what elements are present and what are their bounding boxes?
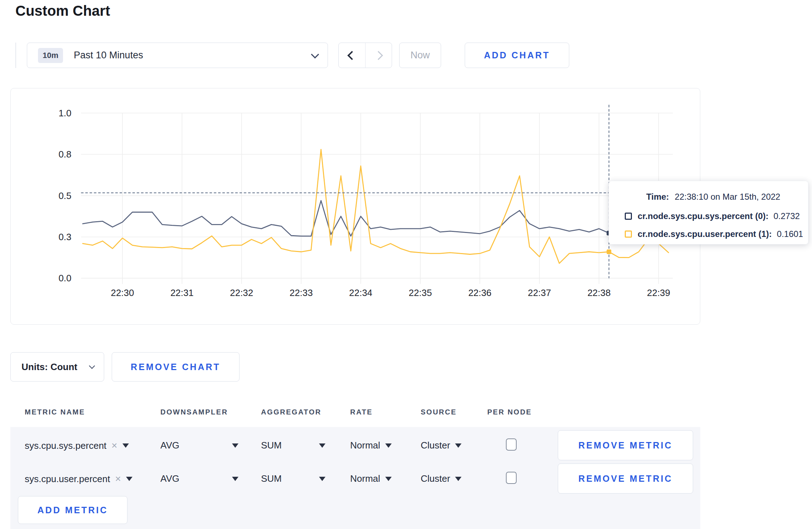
dropdown-arrow-icon xyxy=(455,477,461,481)
column-header-per-node: PER NODE xyxy=(487,408,532,416)
chart-hover-tooltip: Time:22:38:10 on Mar 15th, 2022 cr.node.… xyxy=(609,181,808,244)
dropdown-arrow-icon xyxy=(126,477,132,481)
next-time-button[interactable] xyxy=(365,43,392,68)
aggregator-select[interactable]: SUM xyxy=(261,473,325,484)
svg-text:0.0: 0.0 xyxy=(58,273,71,283)
toolbar-divider xyxy=(15,43,16,68)
sys-series-swatch-icon xyxy=(625,213,632,220)
clear-metric-icon[interactable]: × xyxy=(111,440,117,451)
svg-text:22:37: 22:37 xyxy=(528,288,551,298)
tooltip-time: Time:22:38:10 on Mar 15th, 2022 xyxy=(646,192,780,202)
svg-text:0.5: 0.5 xyxy=(58,191,71,201)
tooltip-series-label: cr.node.sys.cpu.user.percent (1): xyxy=(638,229,772,239)
svg-text:1.0: 1.0 xyxy=(58,108,71,118)
column-header-source: SOURCE xyxy=(421,408,457,416)
chevron-right-icon xyxy=(374,51,383,60)
downsampler-select[interactable]: AVG xyxy=(160,440,238,451)
tooltip-time-label: Time: xyxy=(646,192,669,202)
remove-metric-button[interactable]: REMOVE METRIC xyxy=(558,464,693,494)
svg-text:0.8: 0.8 xyxy=(58,149,71,159)
prev-time-button[interactable] xyxy=(339,43,365,68)
dropdown-arrow-icon xyxy=(232,443,238,448)
source-select[interactable]: Cluster xyxy=(421,473,461,484)
per-node-checkbox[interactable] xyxy=(506,438,517,451)
per-node-checkbox[interactable] xyxy=(506,472,517,484)
svg-text:22:38: 22:38 xyxy=(588,288,611,298)
custom-chart-page: Custom Chart 10m Past 10 Minutes Now ADD… xyxy=(0,0,812,529)
svg-text:22:36: 22:36 xyxy=(468,288,492,298)
user-series-swatch-icon xyxy=(625,230,632,238)
now-button[interactable]: Now xyxy=(399,43,441,68)
column-header-downsampler: DOWNSAMPLER xyxy=(160,408,228,416)
dropdown-arrow-icon xyxy=(232,477,238,481)
chevron-left-icon xyxy=(347,51,356,60)
time-nav-group xyxy=(338,43,392,68)
remove-chart-button[interactable]: REMOVE CHART xyxy=(112,352,240,382)
time-range-label: Past 10 Minutes xyxy=(74,50,143,61)
rate-select[interactable]: Normal xyxy=(350,473,392,484)
chevron-down-icon xyxy=(311,50,319,58)
dropdown-arrow-icon xyxy=(455,443,461,448)
clear-metric-icon[interactable]: × xyxy=(115,473,121,485)
column-header-metric-name: METRIC NAME xyxy=(25,408,85,416)
metrics-table-header: METRIC NAME DOWNSAMPLER AGGREGATOR RATE … xyxy=(10,401,700,427)
svg-text:0.3: 0.3 xyxy=(58,232,71,242)
tooltip-series-value: 0.2732 xyxy=(773,211,799,221)
metric-name-select[interactable]: sys.cpu.sys.percent × xyxy=(25,440,129,451)
dropdown-arrow-icon xyxy=(385,477,392,481)
tooltip-series-label: cr.node.sys.cpu.sys.percent (0): xyxy=(638,211,768,221)
dropdown-arrow-icon xyxy=(122,443,129,448)
tooltip-series-row: cr.node.sys.cpu.user.percent (1): 0.1601 xyxy=(625,229,803,239)
svg-text:22:33: 22:33 xyxy=(290,288,313,298)
time-range-badge: 10m xyxy=(38,48,63,63)
remove-metric-button[interactable]: REMOVE METRIC xyxy=(558,430,693,460)
units-select[interactable]: Units: Count xyxy=(10,352,104,382)
svg-text:22:31: 22:31 xyxy=(170,288,194,298)
rate-select[interactable]: Normal xyxy=(350,440,392,451)
dropdown-arrow-icon xyxy=(319,443,325,448)
metric-name-select[interactable]: sys.cpu.user.percent × xyxy=(25,473,132,485)
dropdown-arrow-icon xyxy=(319,477,325,481)
aggregator-select[interactable]: SUM xyxy=(261,440,325,451)
tooltip-time-value: 22:38:10 on Mar 15th, 2022 xyxy=(675,192,780,202)
metrics-table: METRIC NAME DOWNSAMPLER AGGREGATOR RATE … xyxy=(10,401,700,529)
downsampler-select[interactable]: AVG xyxy=(160,473,238,484)
line-chart[interactable]: 0.00.30.50.81.022:3022:3122:3222:3322:34… xyxy=(11,88,700,324)
metrics-table-body: sys.cpu.sys.percent × AVG SUM Normal Clu… xyxy=(10,427,700,529)
time-range-select[interactable]: 10m Past 10 Minutes xyxy=(27,43,328,68)
svg-text:22:32: 22:32 xyxy=(230,288,253,298)
add-metric-button[interactable]: ADD METRIC xyxy=(18,496,127,524)
add-chart-button[interactable]: ADD CHART xyxy=(465,43,569,68)
source-select[interactable]: Cluster xyxy=(421,440,461,451)
svg-text:22:34: 22:34 xyxy=(349,288,372,298)
chevron-down-icon xyxy=(89,363,95,369)
page-title: Custom Chart xyxy=(15,3,110,19)
svg-text:22:39: 22:39 xyxy=(647,288,670,298)
tooltip-series-row: cr.node.sys.cpu.sys.percent (0): 0.2732 xyxy=(625,211,800,221)
column-header-rate: RATE xyxy=(350,408,373,416)
dropdown-arrow-icon xyxy=(385,443,392,448)
units-label: Units: Count xyxy=(21,361,77,373)
column-header-aggregator: AGGREGATOR xyxy=(261,408,322,416)
tooltip-series-value: 0.1601 xyxy=(777,229,803,239)
svg-text:22:35: 22:35 xyxy=(409,288,432,298)
svg-text:22:30: 22:30 xyxy=(111,288,134,298)
chart-card: 0.00.30.50.81.022:3022:3122:3222:3322:34… xyxy=(10,88,700,325)
